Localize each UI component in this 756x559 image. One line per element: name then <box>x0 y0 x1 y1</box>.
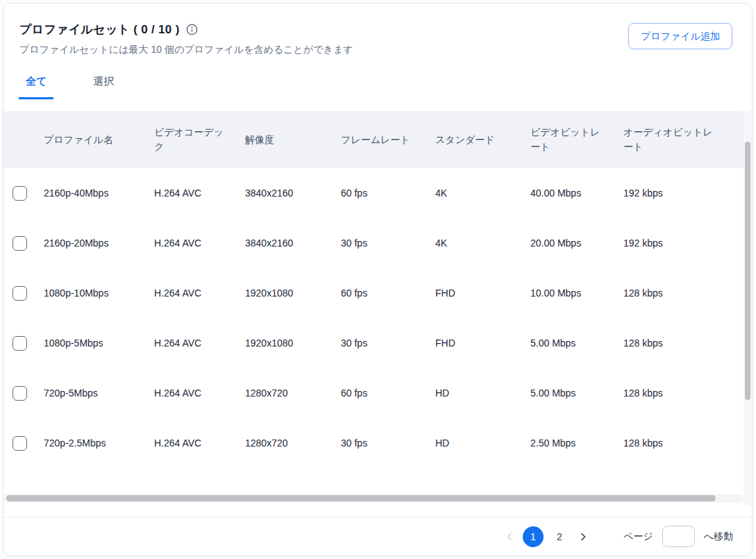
pagination-footer: 1 2 ページ へ移動 <box>3 517 752 556</box>
cell-standard: 4K <box>435 187 530 199</box>
tab-all[interactable]: 全て <box>19 75 53 99</box>
cell-video-codec: H.264 AVC <box>154 437 245 449</box>
chevron-right-icon <box>579 533 587 541</box>
column-header-video-codec: ビデオコーデック <box>154 125 245 154</box>
checkbox-cell <box>3 186 44 201</box>
cell-video-bitrate: 2.50 Mbps <box>530 437 623 449</box>
cell-resolution: 1280x720 <box>245 437 341 449</box>
cell-resolution: 3840x2160 <box>245 187 341 199</box>
chevron-left-icon <box>505 533 514 541</box>
cell-video-codec: H.264 AVC <box>154 387 245 399</box>
checkbox-cell <box>3 236 44 251</box>
goto-label: へ移動 <box>704 531 733 543</box>
cell-standard: FHD <box>435 287 530 299</box>
cell-standard: 4K <box>435 237 530 249</box>
cell-profile-name: 1080p-5Mbps <box>44 337 154 349</box>
prev-page-button[interactable] <box>499 526 520 547</box>
add-profile-button[interactable]: プロファイル追加 <box>628 23 732 49</box>
row-checkbox[interactable] <box>12 386 27 401</box>
cell-video-bitrate: 10.00 Mbps <box>530 287 623 299</box>
cell-audio-bitrate: 128 kbps <box>623 437 728 449</box>
column-header-profile-name: プロファイル名 <box>44 133 154 147</box>
vertical-scrollbar-thumb[interactable] <box>745 142 750 400</box>
column-header-framerate: フレームレート <box>341 133 435 147</box>
row-checkbox[interactable] <box>12 236 27 251</box>
checkbox-cell <box>3 336 44 351</box>
page-input[interactable] <box>662 526 695 547</box>
table-row: 1080p-5Mbps H.264 AVC 1920x1080 30 fps F… <box>3 318 752 368</box>
cell-framerate: 60 fps <box>341 187 435 199</box>
page-label: ページ <box>623 531 653 543</box>
cell-resolution: 1920x1080 <box>245 337 341 349</box>
cell-profile-name: 2160p-40Mbps <box>44 187 154 199</box>
cell-resolution: 1280x720 <box>245 387 341 399</box>
header-text-block: プロファイルセット ( 0 / 10 ) プロファイルセットには最大 10 個の… <box>19 22 353 56</box>
table-row: 1080p-10Mbps H.264 AVC 1920x1080 60 fps … <box>3 268 752 318</box>
tab-selected[interactable]: 選択 <box>86 75 121 99</box>
column-header-video-bitrate: ビデオビットレート <box>530 125 623 154</box>
table-header-row: プロファイル名 ビデオコーデック 解像度 フレームレート スタンダード ビデオビ… <box>3 111 752 168</box>
checkbox-cell <box>3 286 44 301</box>
cell-standard: FHD <box>435 337 530 349</box>
cell-audio-bitrate: 128 kbps <box>623 387 728 399</box>
goto-page-group: ページ へ移動 <box>623 526 733 547</box>
card-header: プロファイルセット ( 0 / 10 ) プロファイルセットには最大 10 個の… <box>3 3 752 56</box>
cell-video-bitrate: 40.00 Mbps <box>530 187 623 199</box>
cell-audio-bitrate: 128 kbps <box>623 337 728 349</box>
cell-profile-name: 720p-2.5Mbps <box>44 437 154 449</box>
vertical-scrollbar-track[interactable] <box>744 111 752 505</box>
pager: 1 2 <box>499 526 594 547</box>
cell-video-codec: H.264 AVC <box>154 237 245 249</box>
cell-video-codec: H.264 AVC <box>154 187 245 199</box>
cell-resolution: 1920x1080 <box>245 287 341 299</box>
cell-video-bitrate: 5.00 Mbps <box>530 337 623 349</box>
cell-standard: HD <box>435 437 530 449</box>
cell-audio-bitrate: 192 kbps <box>623 187 728 199</box>
row-checkbox[interactable] <box>12 336 27 351</box>
column-header-standard: スタンダード <box>435 133 530 147</box>
row-checkbox[interactable] <box>12 286 27 301</box>
column-header-resolution: 解像度 <box>245 133 341 147</box>
cell-framerate: 30 fps <box>341 337 435 349</box>
table-row: 2160p-40Mbps H.264 AVC 3840x2160 60 fps … <box>3 168 752 218</box>
cell-video-codec: H.264 AVC <box>154 287 245 299</box>
tab-bar: 全て 選択 <box>19 75 752 99</box>
info-icon[interactable] <box>186 24 198 35</box>
next-page-button[interactable] <box>573 526 594 547</box>
page-button-2[interactable]: 2 <box>549 526 570 547</box>
horizontal-scrollbar-thumb[interactable] <box>6 495 716 501</box>
table-row: 720p-5Mbps H.264 AVC 1280x720 60 fps HD … <box>3 368 752 418</box>
column-header-audio-bitrate: オーディオビットレート <box>623 125 728 154</box>
cell-standard: HD <box>435 387 530 399</box>
cell-video-bitrate: 5.00 Mbps <box>530 387 623 399</box>
cell-audio-bitrate: 128 kbps <box>623 287 728 299</box>
page-button-1[interactable]: 1 <box>523 526 544 547</box>
cell-profile-name: 720p-5Mbps <box>44 387 154 399</box>
cell-video-codec: H.264 AVC <box>154 337 245 349</box>
cell-framerate: 30 fps <box>341 237 435 249</box>
row-checkbox[interactable] <box>12 186 27 201</box>
page-title: プロファイルセット ( 0 / 10 ) <box>19 22 180 37</box>
page-subtitle: プロファイルセットには最大 10 個のプロファイルを含めることができます <box>19 44 353 56</box>
table-body: 2160p-40Mbps H.264 AVC 3840x2160 60 fps … <box>3 168 752 468</box>
cell-framerate: 30 fps <box>341 437 435 449</box>
profile-set-card: プロファイルセット ( 0 / 10 ) プロファイルセットには最大 10 個の… <box>3 3 753 556</box>
horizontal-scrollbar-track[interactable] <box>3 494 744 503</box>
cell-profile-name: 2160p-20Mbps <box>44 237 154 249</box>
cell-resolution: 3840x2160 <box>245 237 341 249</box>
checkbox-cell <box>3 436 44 451</box>
cell-video-bitrate: 20.00 Mbps <box>530 237 623 249</box>
table-region: プロファイル名 ビデオコーデック 解像度 フレームレート スタンダード ビデオビ… <box>3 111 752 505</box>
row-checkbox[interactable] <box>12 436 27 451</box>
cell-framerate: 60 fps <box>341 387 435 399</box>
cell-audio-bitrate: 192 kbps <box>623 237 728 249</box>
cell-profile-name: 1080p-10Mbps <box>44 287 154 299</box>
table-row: 2160p-20Mbps H.264 AVC 3840x2160 30 fps … <box>3 218 752 268</box>
table-row: 720p-2.5Mbps H.264 AVC 1280x720 30 fps H… <box>3 418 752 468</box>
cell-framerate: 60 fps <box>341 287 435 299</box>
checkbox-cell <box>3 386 44 401</box>
